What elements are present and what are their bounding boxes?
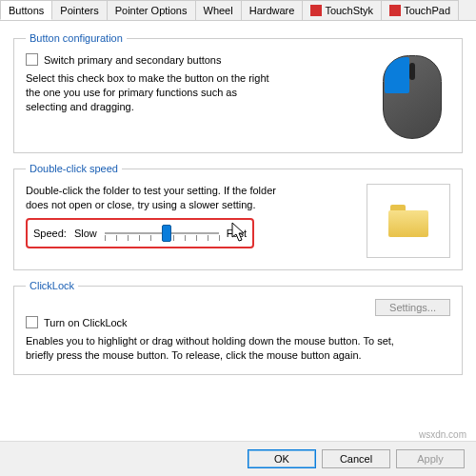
double-click-test-folder[interactable] — [367, 184, 450, 258]
double-click-legend: Double-click speed — [26, 163, 122, 174]
speed-fast-label: Fast — [227, 228, 247, 239]
cancel-button[interactable]: Cancel — [322, 449, 390, 468]
dialog-buttons: OK Cancel Apply — [0, 441, 476, 476]
switch-buttons-row[interactable]: Switch primary and secondary buttons — [26, 53, 365, 66]
switch-buttons-checkbox[interactable] — [26, 53, 38, 66]
tab-wheel[interactable]: Wheel — [195, 0, 242, 20]
tab-touchstyk-label: TouchStyk — [325, 5, 373, 16]
double-click-desc: Double-click the folder to test your set… — [26, 184, 292, 212]
tab-strip: Buttons Pointers Pointer Options Wheel H… — [0, 0, 476, 21]
tab-touchstyk[interactable]: TouchStyk — [302, 0, 382, 20]
tab-buttons[interactable]: Buttons — [0, 0, 52, 20]
switch-buttons-label: Switch primary and secondary buttons — [44, 54, 221, 66]
clicklock-legend: ClickLock — [26, 280, 78, 291]
tab-pointers[interactable]: Pointers — [51, 0, 107, 20]
speed-slider[interactable] — [105, 224, 219, 243]
mouse-primary-button-icon — [385, 57, 409, 93]
tab-touchpad[interactable]: TouchPad — [381, 0, 459, 20]
button-config-group: Button configuration Switch primary and … — [13, 32, 463, 153]
tab-pointer-options[interactable]: Pointer Options — [107, 0, 196, 20]
ok-button[interactable]: OK — [248, 449, 316, 468]
tab-content: Button configuration Switch primary and … — [0, 21, 476, 396]
apply-button: Apply — [396, 449, 465, 468]
clicklock-desc: Enables you to highlight or drag without… — [26, 334, 407, 363]
tab-hardware[interactable]: Hardware — [241, 0, 304, 20]
button-config-legend: Button configuration — [26, 32, 127, 44]
speed-slider-thumb[interactable] — [162, 225, 171, 242]
clicklock-row[interactable]: Turn on ClickLock — [26, 316, 450, 328]
speed-label: Speed: — [33, 228, 67, 239]
folder-icon — [388, 205, 428, 237]
button-config-desc: Select this check box to make the button… — [26, 71, 273, 114]
clicklock-checkbox[interactable] — [26, 316, 38, 328]
touchstyk-icon — [310, 5, 322, 16]
double-click-group: Double-click speed Double-click the fold… — [13, 163, 463, 270]
tab-touchpad-label: TouchPad — [404, 5, 450, 16]
clicklock-label: Turn on ClickLock — [44, 317, 128, 328]
clicklock-settings-button: Settings... — [375, 299, 450, 316]
speed-slider-row: Speed: Slow — [26, 218, 254, 248]
mouse-illustration — [374, 53, 450, 141]
clicklock-group: ClickLock Settings... Turn on ClickLock … — [13, 280, 463, 375]
speed-slow-label: Slow — [74, 228, 97, 239]
touchpad-icon — [389, 5, 401, 16]
watermark: wsxdn.com — [419, 429, 466, 440]
